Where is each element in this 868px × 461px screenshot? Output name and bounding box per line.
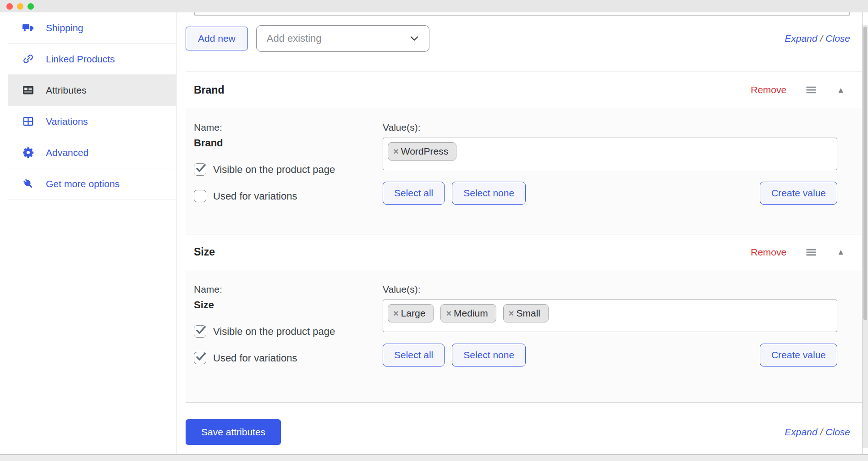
- sidebar-item-advanced[interactable]: Advanced: [8, 137, 176, 168]
- truncated-input-edge: [194, 12, 850, 16]
- visible-checkbox-row[interactable]: Visible on the product page: [194, 325, 383, 338]
- sidebar-item-label: Advanced: [46, 147, 88, 158]
- checkmark-icon: [195, 324, 207, 336]
- sidebar-item-get-more-options[interactable]: Get more options: [8, 168, 176, 200]
- close-link[interactable]: Close: [825, 33, 850, 44]
- add-existing-select[interactable]: Add existing: [256, 25, 429, 52]
- visible-checkbox[interactable]: [194, 325, 206, 338]
- name-label: Name:: [194, 122, 383, 133]
- sidebar-item-linked-products[interactable]: Linked Products: [8, 44, 176, 75]
- window-titlebar: [0, 0, 868, 12]
- sidebar-item-attributes[interactable]: Attributes: [8, 75, 176, 106]
- create-value-button[interactable]: Create value: [760, 344, 837, 367]
- value-tag: × WordPress: [388, 142, 456, 161]
- sidebar-item-label: Variations: [46, 116, 88, 127]
- attributes-toolbar: Add new Add existing Expand/Close: [186, 25, 862, 52]
- remove-value-icon[interactable]: ×: [393, 146, 399, 157]
- window-bottom-gutter: [0, 455, 868, 460]
- sidebar-item-variations[interactable]: Variations: [8, 106, 176, 137]
- values-actions-row: Select all Select none Create value: [383, 344, 837, 367]
- remove-value-icon[interactable]: ×: [393, 308, 399, 319]
- attribute-panel-brand: Brand Remove ▲ Name: Brand: [186, 72, 862, 234]
- visible-checkbox-row[interactable]: Visible on the product page: [194, 163, 383, 176]
- select-none-button[interactable]: Select none: [452, 344, 526, 367]
- name-label: Name:: [194, 284, 383, 295]
- drag-handle-icon[interactable]: [805, 83, 818, 96]
- used-for-variations-checkbox[interactable]: [194, 352, 206, 364]
- remove-value-icon[interactable]: ×: [509, 308, 514, 319]
- values-label: Value(s):: [383, 122, 837, 133]
- add-existing-placeholder: Add existing: [267, 33, 322, 44]
- attribute-header-brand: Brand Remove ▲: [186, 72, 862, 108]
- product-data-panel: Shipping Linked Products Attributes Vari…: [0, 12, 868, 455]
- remove-attribute-link[interactable]: Remove: [751, 247, 786, 258]
- values-multiselect[interactable]: × Large × Medium × Small: [383, 300, 837, 332]
- attribute-header-size: Size Remove ▲: [186, 234, 862, 270]
- expand-close-separator: /: [817, 33, 825, 44]
- zoom-window-button[interactable]: [27, 3, 34, 10]
- create-value-button[interactable]: Create value: [760, 182, 837, 205]
- expand-close-separator: /: [817, 427, 825, 437]
- collapse-toggle-icon[interactable]: ▲: [837, 86, 845, 94]
- attributes-tab-content: Add new Add existing Expand/Close Brand …: [176, 12, 863, 454]
- remove-value-icon[interactable]: ×: [446, 308, 451, 319]
- value-tag-label: WordPress: [401, 146, 448, 157]
- minimize-window-button[interactable]: [17, 3, 23, 10]
- expand-close-links-top: Expand/Close: [785, 33, 850, 44]
- visible-checkbox[interactable]: [194, 163, 206, 176]
- attributes-footer: Save attributes Expand/Close: [186, 419, 862, 445]
- used-for-variations-checkbox-label: Used for variations: [213, 352, 297, 364]
- used-for-variations-checkbox-row[interactable]: Used for variations: [194, 190, 383, 202]
- collapse-toggle-icon[interactable]: ▲: [837, 248, 845, 256]
- checkmark-icon: [195, 162, 207, 174]
- attributes-card-icon: [22, 84, 34, 96]
- gear-icon: [22, 146, 34, 159]
- sidebar-item-label: Attributes: [46, 85, 87, 96]
- drag-handle-icon[interactable]: [805, 246, 818, 259]
- value-tag-label: Large: [401, 308, 426, 319]
- remove-attribute-link[interactable]: Remove: [751, 84, 786, 95]
- expand-link[interactable]: Expand: [785, 33, 817, 44]
- attribute-title: Size: [194, 246, 215, 258]
- close-link[interactable]: Close: [825, 427, 850, 437]
- expand-link[interactable]: Expand: [785, 427, 817, 437]
- save-attributes-button[interactable]: Save attributes: [186, 419, 281, 445]
- sidebar-item-shipping[interactable]: Shipping: [8, 12, 176, 44]
- used-for-variations-checkbox[interactable]: [194, 190, 206, 202]
- select-all-button[interactable]: Select all: [383, 344, 445, 367]
- select-all-button[interactable]: Select all: [383, 182, 445, 205]
- scrollbar-track[interactable]: [863, 25, 868, 448]
- visible-checkbox-label: Visible on the product page: [213, 326, 335, 338]
- value-tag: × Large: [388, 304, 434, 322]
- sidebar-item-label: Get more options: [46, 178, 120, 189]
- used-for-variations-checkbox-label: Used for variations: [213, 190, 297, 202]
- sidebar-item-label: Shipping: [46, 22, 83, 33]
- visible-checkbox-label: Visible on the product page: [213, 164, 335, 176]
- chevron-down-icon: [409, 33, 420, 44]
- value-tag: × Medium: [440, 304, 496, 322]
- close-window-button[interactable]: [6, 3, 13, 10]
- truck-icon: [22, 22, 34, 34]
- add-new-button[interactable]: Add new: [186, 27, 248, 50]
- value-tag: × Small: [503, 304, 549, 322]
- values-actions-row: Select all Select none Create value: [383, 182, 837, 205]
- attribute-list: Brand Remove ▲ Name: Brand: [186, 72, 862, 403]
- link-icon: [22, 53, 34, 65]
- expand-close-links-bottom: Expand/Close: [785, 427, 850, 438]
- plug-icon: [19, 175, 37, 192]
- select-none-button[interactable]: Select none: [452, 182, 526, 205]
- values-multiselect[interactable]: × WordPress: [383, 138, 837, 170]
- checkmark-icon: [195, 351, 207, 363]
- value-tag-label: Medium: [454, 308, 488, 319]
- sidebar-item-label: Linked Products: [46, 54, 115, 65]
- attribute-body-brand: Name: Brand Visible on the product page: [186, 108, 862, 234]
- used-for-variations-checkbox-row[interactable]: Used for variations: [194, 352, 383, 364]
- product-data-tabs: Shipping Linked Products Attributes Vari…: [8, 12, 176, 454]
- values-label: Value(s):: [383, 284, 837, 295]
- scrollbar-thumb[interactable]: [863, 27, 867, 320]
- attribute-name-value: Brand: [194, 137, 383, 149]
- value-tag-label: Small: [516, 308, 540, 319]
- attribute-body-size: Name: Size Visible on the product page: [186, 270, 862, 402]
- attribute-panel-size: Size Remove ▲ Name: Size: [186, 234, 862, 402]
- attribute-name-value: Size: [194, 299, 383, 311]
